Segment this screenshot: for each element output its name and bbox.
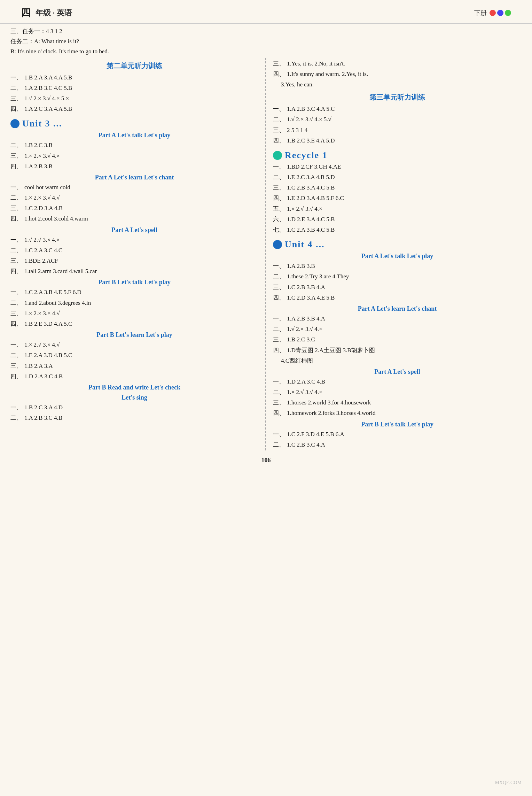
recycle1-dot [273,151,282,160]
answer-row: 二、 1.E 2.A 3.D 4.B 5.C [10,350,258,360]
row-prefix: 四、 [10,104,22,114]
row-prefix: 二、 [10,298,22,308]
answer-row: 七、 1.C 2.A 3.B 4.C 5.B [273,225,522,234]
row-content: 1.C 2.B 3.A 4.C 5.B [287,183,522,192]
row-content: 1.× 2.√ 3.√ 4.× [287,387,522,397]
unit4-part-a-spell: Part A Let's spell [273,368,522,376]
row-content: 1.D 2.A 3.C 4.B [287,377,522,386]
row-content: 2 5 3 1 4 [287,125,522,135]
answer-row: 三、 1.Yes, it is. 2.No, it isn't. [273,59,522,68]
row-content: 1.B 2.A 3.A [24,361,258,371]
header-right: 下册 [474,9,511,17]
row-prefix: 四、 [273,69,285,79]
row-content: 1.A 2.B 3.B 4.A [287,314,522,323]
answer-row: 一、 1.C 2.F 3.D 4.E 5.B 6.A [273,430,522,439]
unit3-text: Unit 3 ... [22,118,62,129]
row-prefix: 三、 [273,398,285,407]
row-prefix: 二、 [10,350,22,360]
row-content: 1.√ 2.× 3.√ 4.× 5.√ [287,115,522,124]
row-prefix: 一、 [273,430,285,439]
header-left: 四 年级 · 英语 [21,6,72,20]
row-content: 1.A 2.B 3.C 4.C 5.B [24,83,258,93]
unit3-title: Unit 3 ... [10,118,258,129]
row-content: 1.C 2.F 3.D 4.E 5.B 6.A [287,430,522,439]
answer-row: 四、 1.A 2.C 3.A 4.A 5.B [10,104,258,114]
answer-row: 二、 1.A 2.B 3.C 4.C 5.B [10,83,258,93]
row-prefix: 一、 [10,235,22,245]
row-prefix: 二、 [10,246,22,255]
answer-row: 四、 1.homework 2.forks 3.horses 4.world [273,408,522,418]
decorative-circles [490,10,511,16]
circle-blue [497,10,503,16]
row-content: 1.B 2.C 3.E 4.A 5.D [287,136,522,145]
answer-row: 三、 1.B 2.C 3.C [273,335,522,344]
row-prefix: 二、 [10,413,22,423]
answer-row: 4.C西红柿图 [273,356,522,365]
unit4-part-b-talk: Part B Let's talk Let's play [273,421,522,428]
row-content: 1.× 2.× 3.× 4.√ [24,309,258,318]
row-content: 1.tall 2.arm 3.card 4.wall 5.car [24,266,258,276]
answer-row: 二、 1.A 2.B 3.C 4.B [10,413,258,423]
part-b-learn-play: Part B Let's learn Let's play [10,331,258,339]
row-content: 1.A 2.B 3.B [24,162,258,171]
row-prefix: 四、 [10,266,22,276]
answer-row: 四、 1.hot 2.cool 3.cold 4.warm [10,214,258,223]
watermark: MXQE.COM [495,780,522,786]
answer-row: 四、 1.D青豆图 2.A土豆图 3.B胡萝卜图 [273,346,522,355]
answer-row: 一、 1.C 2.A 3.B 4.E 5.F 6.D [10,287,258,297]
row-content: 1.E 2.A 3.D 4.B 5.C [24,350,258,360]
pre-row-2-text: 任务二：A: What time is it? [10,38,79,45]
row-prefix: 三、 [273,125,285,135]
row-content: 1.horses 2.world 3.for 4.housework [287,398,522,407]
row-content: 1.× 2.× 3.√ 4.√ [24,193,258,202]
row-content: 1.B 2.A 3.A 4.A 5.B [24,73,258,82]
answer-row: 二、 1.× 2.× 3.√ 4.√ [10,193,258,202]
answer-row: 四、 1.E 2.D 3.A 4.B 5.F 6.C [273,193,522,203]
part-a-learn-chant: Part A Let's learn Let's chant [10,174,258,181]
row-prefix: 三、 [10,361,22,371]
answer-row: 三、 1.B 2.A 3.A [10,361,258,371]
row-prefix: 二、 [273,440,285,449]
row-prefix: 二、 [10,140,22,150]
answer-row: 二、 1.√ 2.× 3.√ 4.× [273,324,522,334]
row-content: 4.C西红柿图 [281,356,522,365]
row-prefix: 四、 [273,193,285,203]
row-prefix: 三、 [273,335,285,344]
part-b-talk-play: Part B Let's talk Let's play [10,279,258,286]
unit4-dot [273,240,282,249]
pre-content: 三、任务一：4 3 1 2 任务二：A: What time is it? B:… [0,26,532,56]
row-prefix: 二、 [10,83,22,93]
row-prefix: 一、 [10,403,22,412]
row-prefix: 四、 [10,319,22,329]
row-content: 1.C 2.D 3.A 4.B [24,203,258,213]
row-content: 1.× 2.√ 3.× 4.√ [24,340,258,349]
row-prefix: 四、 [273,408,285,418]
row-prefix: 三、 [273,59,285,68]
answer-row: 四、 1.A 2.B 3.B [10,162,258,171]
row-content: 1.A 2.B 3.C 4.A 5.C [287,104,522,114]
row-prefix: 三、 [10,256,22,265]
row-content: 1.B 2.C 3.C [287,335,522,344]
row-content: cool hot warm cold [24,183,258,192]
row-content: 1.D青豆图 2.A土豆图 3.B胡萝卜图 [287,346,522,355]
answer-row: 一、 1.B 2.C 3.A 4.D [10,403,258,412]
row-prefix: 一、 [273,261,285,271]
section-title-unit2: 第二单元听力训练 [10,61,258,71]
row-content: 1.B 2.E 3.D 4.A 5.C [24,319,258,329]
part-b-read-write: Part B Read and write Let's check [10,384,258,391]
row-content: 1.× 2.× 3.√ 4.× [24,151,258,161]
row-prefix: 一、 [273,314,285,323]
part-a-talk-play: Part A Let's talk Let's play [10,132,258,139]
row-content: 1.these 2.Try 3.are 4.They [287,272,522,281]
row-content: 1.C 2.A 3.B 4.E 5.F 6.D [24,287,258,297]
row-prefix: 三、 [273,283,285,292]
row-content: 1.C 2.B 3.C 4.A [287,440,522,449]
answer-row: 四、 1.B 2.C 3.E 4.A 5.D [273,136,522,145]
recycle1-text: Recycle 1 [285,150,328,161]
row-content: 1.√ 2.× 3.√ 4.× 5.× [24,94,258,103]
answer-row: 二、 1.√ 2.× 3.√ 4.× 5.√ [273,115,522,124]
row-content: 1.B 2.C 3.A 4.D [24,403,258,412]
row-prefix: 四、 [273,136,285,145]
row-prefix: 三、 [10,203,22,213]
watermark-text: MXQE.COM [495,780,522,785]
